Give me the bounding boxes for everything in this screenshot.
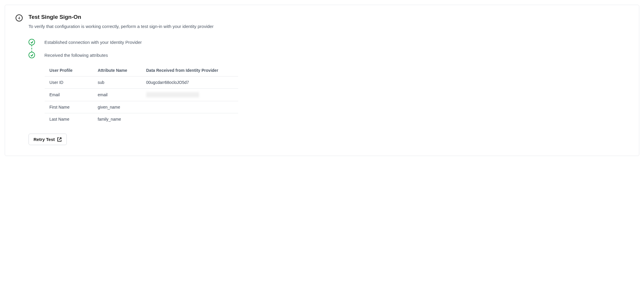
- actions-row: Retry Test: [29, 134, 628, 145]
- sso-test-card: 4 Test Single Sign-On To verify that con…: [5, 5, 639, 156]
- attributes-table-wrapper: User Profile Attribute Name Data Receive…: [44, 64, 238, 125]
- retry-test-button[interactable]: Retry Test: [29, 134, 67, 145]
- cell-attribute: sub: [93, 77, 141, 89]
- status-item-established: Established connection with your Identit…: [29, 39, 628, 45]
- checkmark-icon: [30, 54, 34, 57]
- cell-profile: User ID: [45, 77, 93, 89]
- cell-attribute: given_name: [93, 101, 141, 113]
- checkmark-icon: [30, 41, 34, 44]
- step-number-badge: 4: [16, 14, 23, 21]
- cell-attribute: email: [93, 89, 141, 101]
- table-row: Last Namefamily_name: [45, 113, 238, 125]
- retry-test-label: Retry Test: [34, 137, 55, 142]
- status-received-text: Received the following attributes: [44, 53, 108, 58]
- attributes-table: User Profile Attribute Name Data Receive…: [44, 64, 238, 125]
- cell-attribute: family_name: [93, 113, 141, 125]
- table-header-row: User Profile Attribute Name Data Receive…: [45, 64, 238, 77]
- table-header-profile: User Profile: [45, 64, 93, 77]
- step-header-content: Test Single Sign-On To verify that confi…: [29, 14, 628, 29]
- redacted-value: [146, 92, 199, 97]
- attributes-table-body: User IDsub00ugcdarr68ocloJO5d7Emailemail…: [45, 77, 238, 125]
- check-circle-icon: [29, 39, 35, 45]
- cell-profile: Last Name: [45, 113, 93, 125]
- status-connector-line: [31, 45, 32, 52]
- table-header-data: Data Received from Identity Provider: [141, 64, 238, 77]
- cell-data: [141, 101, 238, 113]
- table-row: First Namegiven_name: [45, 101, 238, 113]
- cell-data: 00ugcdarr68ocloJO5d7: [141, 77, 238, 89]
- status-item-received: Received the following attributes: [29, 52, 628, 58]
- step-number: 4: [18, 16, 20, 20]
- cell-data: [141, 113, 238, 125]
- table-row: User IDsub00ugcdarr68ocloJO5d7: [45, 77, 238, 89]
- cell-profile: First Name: [45, 101, 93, 113]
- status-established-text: Established connection with your Identit…: [44, 40, 142, 45]
- table-header-attribute: Attribute Name: [93, 64, 141, 77]
- step-header: 4 Test Single Sign-On To verify that con…: [16, 14, 628, 29]
- step-title: Test Single Sign-On: [29, 14, 628, 20]
- step-subtitle: To verify that configuration is working …: [29, 23, 628, 29]
- cell-data: [141, 89, 238, 101]
- svg-line-0: [59, 138, 61, 140]
- external-link-icon: [57, 137, 62, 142]
- status-section: Established connection with your Identit…: [29, 39, 628, 58]
- table-row: Emailemail: [45, 89, 238, 101]
- check-circle-icon: [29, 52, 35, 58]
- cell-profile: Email: [45, 89, 93, 101]
